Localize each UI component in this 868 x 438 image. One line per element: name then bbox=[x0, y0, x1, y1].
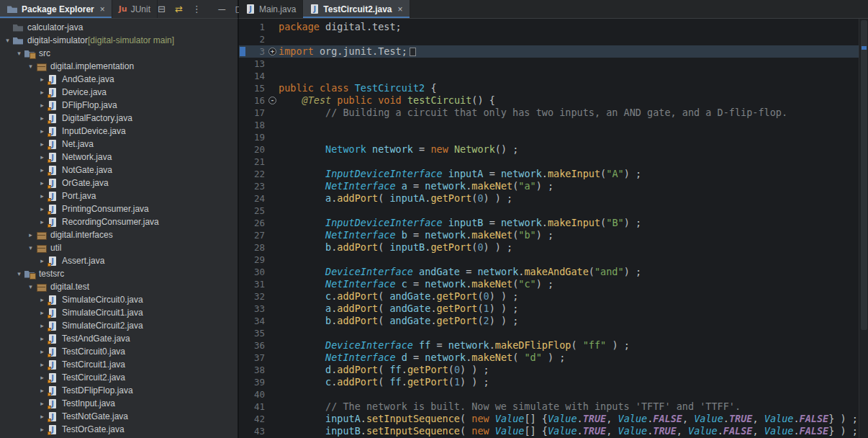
code-line-29[interactable]: 29 bbox=[239, 254, 859, 266]
expand-arrow-icon[interactable]: ▸ bbox=[37, 153, 47, 161]
code-line-22[interactable]: 22 InputDeviceInterface inputA = network… bbox=[239, 168, 859, 180]
view-menu-icon[interactable]: ⋮ bbox=[192, 4, 202, 14]
tree-item-inputdevice-java[interactable]: ▸InputDevice.java bbox=[0, 125, 238, 138]
expand-arrow-icon[interactable]: ▸ bbox=[37, 166, 47, 174]
expand-arrow-icon[interactable]: ▸ bbox=[37, 426, 47, 433]
tree-item-src[interactable]: ▾src bbox=[0, 47, 238, 60]
tree-item-orgate-java[interactable]: ▸OrGate.java bbox=[0, 176, 238, 189]
expand-arrow-icon[interactable]: ▸ bbox=[37, 400, 47, 407]
code-area[interactable]: 1package digital.test;23+import org.juni… bbox=[239, 19, 859, 438]
scrollbar-thumb[interactable] bbox=[861, 20, 867, 330]
tree-item-andgate-java[interactable]: ▸AndGate.java bbox=[0, 73, 238, 86]
expand-arrow-icon[interactable]: ▸ bbox=[37, 322, 47, 329]
tree-item-port-java[interactable]: ▸Port.java bbox=[0, 189, 238, 202]
minimize-icon[interactable]: — bbox=[218, 5, 226, 13]
expand-arrow-icon[interactable]: ▸ bbox=[37, 179, 47, 187]
code-line-14[interactable]: 14 bbox=[239, 70, 859, 82]
close-icon[interactable]: × bbox=[398, 4, 403, 14]
expand-arrow-icon[interactable]: ▸ bbox=[37, 140, 47, 148]
code-line-34[interactable]: 34 b.addPort( andGate.getPort(2) ) ; bbox=[239, 315, 859, 327]
expand-arrow-icon[interactable]: ▸ bbox=[37, 348, 47, 355]
tree-item-testnotgate-java[interactable]: ▸TestNotGate.java bbox=[0, 410, 238, 423]
collapse-arrow-icon[interactable]: ▾ bbox=[3, 37, 12, 44]
tree-item-testsrc[interactable]: ▾testsrc bbox=[0, 267, 238, 280]
tree-item-digital-simulator[interactable]: ▾digital-simulator [digital-simulator ma… bbox=[0, 34, 238, 47]
expand-arrow-icon[interactable]: ▸ bbox=[37, 361, 47, 368]
tab-main-java[interactable]: Main.java bbox=[239, 0, 303, 18]
tab-package-explorer[interactable]: Package Explorer × bbox=[0, 0, 112, 18]
expand-arrow-icon[interactable]: ▸ bbox=[37, 335, 47, 342]
tree-item-printingconsumer-java[interactable]: ▸PrintingConsumer.java bbox=[0, 202, 238, 215]
expand-arrow-icon[interactable]: ▸ bbox=[37, 205, 47, 213]
expand-arrow-icon[interactable]: ▸ bbox=[37, 192, 47, 200]
code-line-3[interactable]: 3+import org.junit.Test; bbox=[239, 45, 859, 58]
code-line-13[interactable]: 13 bbox=[239, 58, 859, 70]
tree-item-testcircuit2-java[interactable]: ▸TestCircuit2.java bbox=[0, 371, 238, 384]
code-line-20[interactable]: 20 Network network = new Network() ; bbox=[239, 143, 859, 156]
tree-item-assert-java[interactable]: ▸Assert.java bbox=[0, 254, 238, 267]
code-line-19[interactable]: 19 bbox=[239, 131, 859, 143]
expand-arrow-icon[interactable]: ▸ bbox=[26, 231, 35, 238]
overview-ruler[interactable] bbox=[859, 19, 868, 438]
tree-item-testcircuit0-java[interactable]: ▸TestCircuit0.java bbox=[0, 345, 238, 358]
code-line-32[interactable]: 32 c.addPort( andGate.getPort(0) ) ; bbox=[239, 290, 859, 303]
tree-item-network-java[interactable]: ▸Network.java bbox=[0, 151, 238, 164]
code-line-15[interactable]: 15public class TestCircuit2 { bbox=[239, 82, 859, 94]
expand-arrow-icon[interactable]: ▸ bbox=[37, 89, 47, 96]
expand-arrow-icon[interactable]: ▸ bbox=[37, 257, 47, 264]
tree-item-testinput-java[interactable]: ▸TestInput.java bbox=[0, 397, 238, 410]
collapse-fold-icon[interactable]: - bbox=[268, 97, 276, 104]
expand-arrow-icon[interactable]: ▸ bbox=[37, 413, 47, 420]
code-line-31[interactable]: 31 NetInterface c = network.makeNet("c")… bbox=[239, 278, 859, 290]
tree-item-calculator-java[interactable]: calculator-java bbox=[0, 21, 238, 34]
expand-arrow-icon[interactable]: ▸ bbox=[37, 128, 47, 135]
collapse-arrow-icon[interactable]: ▾ bbox=[26, 63, 35, 70]
expand-arrow-icon[interactable]: ▸ bbox=[37, 76, 47, 83]
code-editor[interactable]: 1package digital.test;23+import org.juni… bbox=[239, 19, 868, 438]
tree-item-util[interactable]: ▾util bbox=[0, 241, 238, 254]
code-line-33[interactable]: 33 a.addPort( andGate.getPort(1) ) ; bbox=[239, 303, 859, 315]
link-with-editor-icon[interactable]: ⇄ bbox=[175, 4, 183, 14]
code-line-18[interactable]: 18 bbox=[239, 119, 859, 131]
tree-item-simulatecircuit1-java[interactable]: ▸SimulateCircuit1.java bbox=[0, 306, 238, 319]
expand-arrow-icon[interactable]: ▸ bbox=[37, 102, 47, 109]
code-line-23[interactable]: 23 NetInterface a = network.makeNet("a")… bbox=[239, 180, 859, 192]
tree-item-testandgate-java[interactable]: ▸TestAndGate.java bbox=[0, 332, 238, 345]
expand-arrow-icon[interactable]: ▸ bbox=[37, 218, 47, 225]
expand-arrow-icon[interactable]: ▸ bbox=[37, 115, 47, 122]
code-line-1[interactable]: 1package digital.test; bbox=[239, 21, 859, 33]
code-line-36[interactable]: 36 DeviceInterface ff = network.makeDFli… bbox=[239, 339, 859, 352]
code-line-24[interactable]: 24 a.addPort( inputA.getPort(0) ) ; bbox=[239, 192, 859, 205]
tree-item-digital-implementation[interactable]: ▾digital.implementation bbox=[0, 60, 238, 73]
code-line-16[interactable]: 16- @Test public void testCircuit() { bbox=[239, 94, 859, 107]
expand-arrow-icon[interactable]: ▸ bbox=[37, 374, 47, 381]
code-line-2[interactable]: 2 bbox=[239, 33, 859, 45]
tree-item-dflipflop-java[interactable]: ▸DFlipFlop.java bbox=[0, 99, 238, 112]
code-line-40[interactable]: 40 bbox=[239, 388, 859, 401]
code-line-28[interactable]: 28 b.addPort( inputB.getPort(0) ) ; bbox=[239, 241, 859, 254]
tree-item-testorgate-java[interactable]: ▸TestOrGate.java bbox=[0, 423, 238, 436]
tree-item-simulatecircuit0-java[interactable]: ▸SimulateCircuit0.java bbox=[0, 293, 238, 306]
code-line-25[interactable]: 25 bbox=[239, 205, 859, 217]
tree-item-digital-interfaces[interactable]: ▸digital.interfaces bbox=[0, 228, 238, 241]
tree-item-testdflipflop-java[interactable]: ▸TestDFlipFlop.java bbox=[0, 384, 238, 397]
tree-item-digitalfactory-java[interactable]: ▸DigitalFactory.java bbox=[0, 112, 238, 125]
tree-item-net-java[interactable]: ▸Net.java bbox=[0, 138, 238, 151]
code-line-43[interactable]: 43 inputB.setInputSequence( new Value[] … bbox=[239, 425, 859, 437]
collapse-arrow-icon[interactable]: ▾ bbox=[26, 283, 35, 290]
tab-junit[interactable]: Ju JUnit bbox=[112, 0, 158, 18]
code-line-42[interactable]: 42 inputA.setInputSequence( new Value[] … bbox=[239, 413, 859, 425]
expand-arrow-icon[interactable]: ▸ bbox=[37, 387, 47, 394]
code-line-38[interactable]: 38 d.addPort( ff.getPort(0) ) ; bbox=[239, 364, 859, 376]
code-line-17[interactable]: 17 // Building a circuit that only has t… bbox=[239, 107, 859, 119]
tree-item-testcircuit1-java[interactable]: ▸TestCircuit1.java bbox=[0, 358, 238, 371]
tree-item-device-java[interactable]: ▸Device.java bbox=[0, 86, 238, 99]
collapse-all-icon[interactable]: ⊟ bbox=[158, 4, 166, 14]
tree-item-notgate-java[interactable]: ▸NotGate.java bbox=[0, 164, 238, 176]
tab-testcircuit2-java[interactable]: TestCircuit2.java × bbox=[303, 0, 410, 18]
expand-arrow-icon[interactable]: ▸ bbox=[37, 309, 47, 316]
code-line-35[interactable]: 35 bbox=[239, 327, 859, 339]
expand-fold-icon[interactable]: + bbox=[268, 48, 276, 55]
collapsed-code-indicator[interactable] bbox=[410, 48, 416, 56]
tree-item-recordingconsumer-java[interactable]: ▸RecordingConsumer.java bbox=[0, 215, 238, 228]
